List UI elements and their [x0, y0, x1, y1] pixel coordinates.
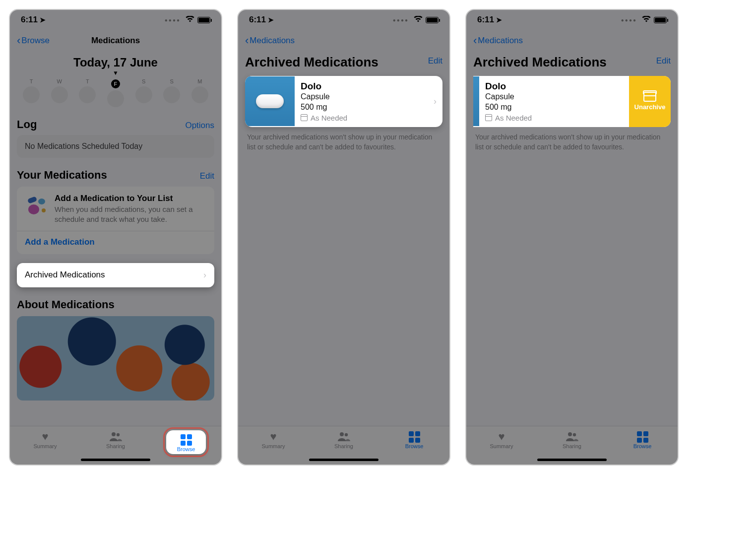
grid-icon: [394, 430, 434, 443]
your-meds-edit-button[interactable]: Edit: [200, 171, 214, 181]
status-time: 6:11: [477, 15, 494, 25]
medication-schedule: As Needed: [495, 114, 532, 122]
date-marker-icon: ▼: [17, 71, 214, 74]
cellular-icon: ●●●●: [621, 17, 637, 23]
back-label: Medications: [250, 36, 295, 46]
back-button[interactable]: ‹ Browse: [17, 35, 50, 46]
status-time: 6:11: [249, 15, 266, 25]
people-icon: [96, 430, 135, 443]
heart-icon: ♥: [253, 430, 293, 443]
archive-box-icon: [643, 92, 656, 102]
svg-point-0: [28, 204, 39, 214]
screenshot-1: 6:11 ➤ ●●●● ‹ Browse Medications Today, …: [9, 9, 222, 466]
active-day[interactable]: F: [111, 79, 120, 88]
page-title: Archived Medications: [473, 55, 607, 70]
log-options-button[interactable]: Options: [185, 121, 214, 131]
tab-sharing[interactable]: Sharing: [96, 430, 135, 449]
archived-medication-row[interactable]: Dolo Capsule 500 mg As Needed ›: [245, 76, 442, 127]
medication-thumbnail: [245, 76, 295, 126]
add-med-title: Add a Medication to Your List: [55, 194, 206, 203]
status-time: 6:11: [21, 15, 38, 25]
svg-point-5: [117, 433, 120, 436]
log-empty-card: No Medications Scheduled Today: [17, 135, 214, 158]
location-icon: ➤: [40, 16, 46, 24]
pills-icon: [25, 194, 49, 217]
medication-thumbnail: [473, 76, 479, 126]
back-button[interactable]: ‹ Medications: [473, 35, 523, 46]
location-icon: ➤: [496, 16, 502, 24]
home-indicator[interactable]: [81, 459, 150, 461]
chevron-left-icon: ‹: [473, 35, 477, 46]
nav-bar: ‹ Medications: [238, 30, 449, 52]
wifi-icon: [414, 16, 423, 24]
tab-browse[interactable]: Browse: [166, 430, 206, 454]
tab-summary[interactable]: ♥ Summary: [25, 430, 65, 449]
medication-dose: 500 mg: [301, 102, 428, 113]
people-icon: [552, 430, 592, 443]
svg-point-1: [38, 199, 45, 204]
tab-browse[interactable]: Browse: [623, 430, 662, 449]
calendar-icon: [301, 114, 308, 121]
edit-button[interactable]: Edit: [656, 56, 671, 66]
wifi-icon: [186, 16, 194, 24]
log-section-title: Log: [17, 118, 37, 131]
back-button[interactable]: ‹ Medications: [245, 35, 295, 46]
add-med-subtitle: When you add medications, you can set a …: [55, 204, 206, 225]
unarchive-label: Unarchive: [634, 103, 666, 111]
about-illustration: [17, 316, 214, 401]
grid-icon: [623, 430, 662, 443]
svg-point-7: [345, 433, 348, 436]
unarchive-button[interactable]: Unarchive: [629, 76, 671, 127]
archived-row-label: Archived Medications: [25, 270, 105, 280]
edit-button[interactable]: Edit: [428, 56, 442, 66]
home-indicator[interactable]: [537, 459, 607, 461]
week-strip[interactable]: T W T F S S M: [17, 78, 214, 107]
status-bar: 6:11 ➤ ●●●●: [466, 10, 678, 30]
chevron-left-icon: ‹: [245, 35, 249, 46]
back-label: Medications: [478, 36, 523, 46]
battery-icon: [197, 17, 210, 23]
archived-footer-note: Your archived medications won't show up …: [245, 132, 442, 152]
screenshot-3: 6:11 ➤ ●●●● ‹ Medications Archived Medic…: [465, 9, 679, 466]
tab-bar: ♥ Summary Sharing Browse: [238, 426, 449, 465]
tab-bar: ♥ Summary Sharing Browse: [466, 426, 678, 465]
about-meds-title: About Medications: [17, 298, 115, 311]
grid-icon: [171, 433, 201, 446]
page-title: Archived Medications: [245, 55, 378, 70]
cellular-icon: ●●●●: [165, 17, 181, 23]
nav-bar: ‹ Medications: [466, 30, 678, 52]
medication-form: Capsule: [301, 92, 428, 102]
nav-title: Medications: [91, 36, 140, 46]
chevron-left-icon: ‹: [17, 35, 20, 46]
add-medication-button[interactable]: Add a Medication: [25, 231, 206, 247]
svg-point-8: [568, 432, 572, 436]
people-icon: [324, 430, 364, 443]
chevron-right-icon: ›: [203, 270, 206, 280]
svg-rect-2: [27, 196, 37, 204]
location-icon: ➤: [268, 16, 274, 24]
calendar-icon: [485, 114, 492, 121]
heart-icon: ♥: [25, 430, 65, 443]
medication-name: Dolo: [301, 81, 428, 92]
svg-point-4: [112, 432, 116, 436]
tab-sharing[interactable]: Sharing: [552, 430, 592, 449]
tab-summary[interactable]: ♥ Summary: [253, 430, 293, 449]
home-indicator[interactable]: [309, 459, 378, 461]
svg-point-6: [340, 432, 344, 436]
tab-sharing[interactable]: Sharing: [324, 430, 364, 449]
tab-bar: ♥ Summary Sharing Browse: [10, 426, 221, 465]
tab-summary[interactable]: ♥ Summary: [482, 430, 521, 449]
back-label: Browse: [21, 36, 50, 46]
heart-icon: ♥: [482, 430, 521, 443]
chevron-right-icon: ›: [434, 96, 442, 107]
date-title: Today, 17 June: [17, 56, 214, 69]
archived-medications-row[interactable]: Archived Medications ›: [17, 263, 214, 287]
tab-browse[interactable]: Browse: [394, 430, 434, 449]
capsule-icon: [256, 94, 284, 108]
svg-point-9: [573, 433, 576, 436]
your-meds-title: Your Medications: [17, 169, 107, 182]
battery-icon: [426, 17, 439, 23]
screenshot-2: 6:11 ➤ ●●●● ‹ Medications Archived Medic…: [237, 9, 450, 466]
medication-schedule: As Needed: [311, 114, 347, 122]
status-bar: 6:11 ➤ ●●●●: [238, 10, 449, 30]
